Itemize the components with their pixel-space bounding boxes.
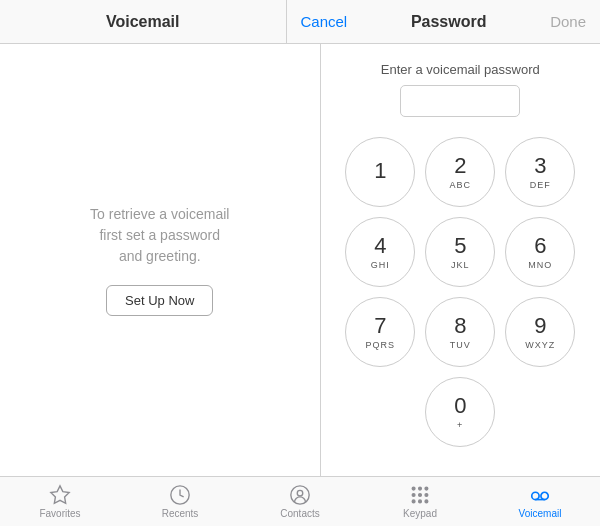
key-2[interactable]: 2 ABC [425,137,495,207]
done-button[interactable]: Done [550,13,586,30]
svg-point-4 [412,487,415,490]
voicemail-message: To retrieve a voicemailfirst set a passw… [90,204,229,267]
svg-point-7 [412,494,415,497]
clock-icon [169,484,191,506]
person-circle-icon [289,484,311,506]
tab-keypad-label: Keypad [403,508,437,519]
svg-point-6 [425,487,428,490]
tab-contacts[interactable]: Contacts [240,484,360,519]
svg-point-10 [412,500,415,503]
main-content: To retrieve a voicemailfirst set a passw… [0,44,600,476]
svg-point-3 [297,490,303,496]
tab-contacts-label: Contacts [280,508,319,519]
key-9[interactable]: 9 WXYZ [505,297,575,367]
svg-point-8 [419,494,422,497]
nav-bar: Voicemail Cancel Password Done [0,0,600,44]
key-0[interactable]: 0 + [425,377,495,447]
tab-recents[interactable]: Recents [120,484,240,519]
key-4[interactable]: 4 GHI [345,217,415,287]
svg-point-12 [425,500,428,503]
keypad-icon [409,484,431,506]
nav-right: Cancel Password Done [287,0,601,43]
voicemail-panel: To retrieve a voicemailfirst set a passw… [0,44,321,476]
svg-point-11 [419,500,422,503]
svg-point-2 [291,486,309,504]
password-nav-title: Password [411,13,487,31]
tab-voicemail-label: Voicemail [519,508,562,519]
svg-point-14 [541,492,548,499]
svg-marker-0 [51,486,69,503]
svg-point-13 [532,492,539,499]
voicemail-icon [529,484,551,506]
password-panel: Enter a voicemail password 1 2 ABC 3 DEF… [321,44,601,476]
tab-voicemail[interactable]: Voicemail [480,484,600,519]
star-icon [49,484,71,506]
tab-keypad[interactable]: Keypad [360,484,480,519]
tab-recents-label: Recents [162,508,199,519]
key-6[interactable]: 6 MNO [505,217,575,287]
svg-point-5 [419,487,422,490]
svg-point-9 [425,494,428,497]
key-8[interactable]: 8 TUV [425,297,495,367]
tab-bar: Favorites Recents Contacts Keypad [0,476,600,526]
key-5[interactable]: 5 JKL [425,217,495,287]
tab-favorites-label: Favorites [39,508,80,519]
cancel-button[interactable]: Cancel [301,13,348,30]
key-3[interactable]: 3 DEF [505,137,575,207]
key-empty-left [345,377,415,447]
voicemail-nav-title: Voicemail [106,13,180,31]
password-label: Enter a voicemail password [381,62,540,77]
key-7[interactable]: 7 PQRS [345,297,415,367]
key-1[interactable]: 1 [345,137,415,207]
nav-left: Voicemail [0,0,287,43]
keypad: 1 2 ABC 3 DEF 4 GHI 5 JKL 6 MNO [345,137,575,447]
password-input-field[interactable] [400,85,520,117]
tab-favorites[interactable]: Favorites [0,484,120,519]
setup-now-button[interactable]: Set Up Now [106,285,213,316]
key-empty-right [505,377,575,447]
